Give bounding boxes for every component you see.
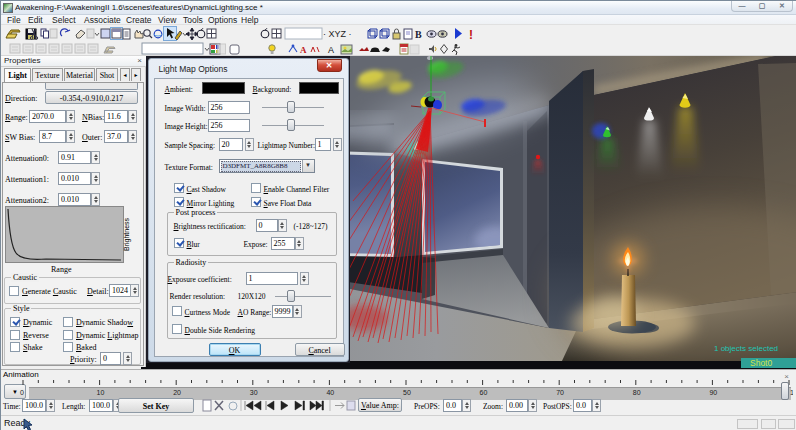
svg-text:0: 0: [20, 389, 24, 396]
svg-text:10: 10: [97, 389, 105, 396]
svg-text:1 objects selected: 1 objects selected: [714, 344, 778, 353]
svg-text:B: B: [415, 29, 422, 40]
svg-text:50: 50: [403, 389, 411, 396]
svg-text:A: A: [300, 45, 307, 55]
svg-text:70: 70: [556, 389, 564, 396]
svg-text:!: !: [469, 28, 473, 42]
svg-text:· XYZ ·: · XYZ ·: [323, 29, 352, 39]
svg-text:90: 90: [709, 389, 717, 396]
svg-text:Shot0: Shot0: [750, 358, 772, 368]
svg-text:100: 100: [790, 389, 793, 396]
svg-text:20: 20: [173, 389, 181, 396]
svg-text:30: 30: [250, 389, 258, 396]
svg-text:80: 80: [633, 389, 641, 396]
svg-text:40: 40: [326, 389, 334, 396]
svg-text:60: 60: [480, 389, 488, 396]
svg-text:A: A: [328, 45, 334, 55]
